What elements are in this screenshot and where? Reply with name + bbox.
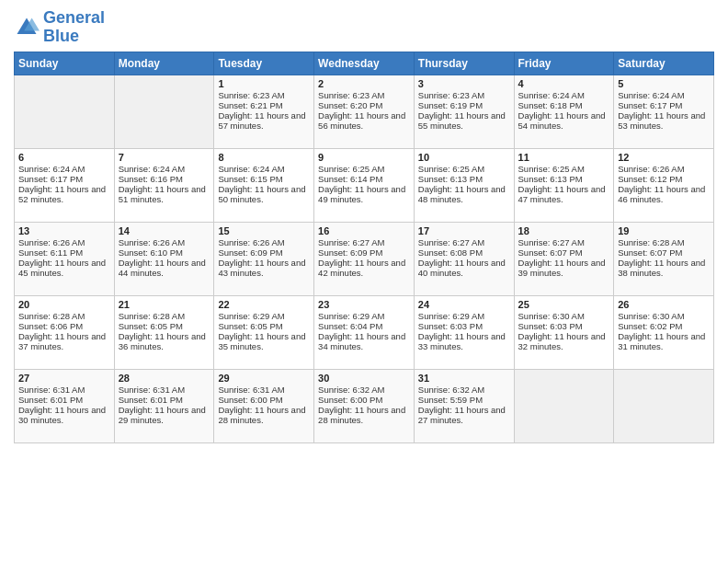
daylight-label: Daylight: 11 hours and 28 minutes. bbox=[318, 405, 410, 425]
sunrise-label: Sunrise: 6:26 AM bbox=[119, 237, 210, 247]
sunset-label: Sunset: 6:02 PM bbox=[618, 321, 710, 331]
calendar-cell: 5Sunrise: 6:24 AMSunset: 6:17 PMDaylight… bbox=[614, 75, 714, 148]
sunrise-label: Sunrise: 6:29 AM bbox=[318, 311, 410, 321]
sunset-label: Sunset: 6:03 PM bbox=[518, 321, 610, 331]
daylight-label: Daylight: 11 hours and 32 minutes. bbox=[518, 331, 610, 351]
calendar-cell: 20Sunrise: 6:28 AMSunset: 6:06 PMDayligh… bbox=[15, 295, 115, 369]
calendar-cell: 16Sunrise: 6:27 AMSunset: 6:09 PMDayligh… bbox=[314, 222, 415, 295]
day-number: 14 bbox=[119, 225, 210, 236]
sunset-label: Sunset: 6:10 PM bbox=[119, 247, 210, 258]
day-number: 26 bbox=[618, 299, 710, 310]
week-row-5: 27Sunrise: 6:31 AMSunset: 6:01 PMDayligh… bbox=[15, 369, 714, 442]
daylight-label: Daylight: 11 hours and 31 minutes. bbox=[618, 331, 710, 351]
day-number: 30 bbox=[318, 373, 410, 384]
weekday-header-sunday: Sunday bbox=[15, 52, 115, 75]
daylight-label: Daylight: 11 hours and 51 minutes. bbox=[119, 184, 210, 204]
daylight-label: Daylight: 11 hours and 38 minutes. bbox=[618, 258, 710, 278]
daylight-label: Daylight: 11 hours and 57 minutes. bbox=[218, 110, 310, 131]
sunset-label: Sunset: 6:00 PM bbox=[318, 395, 410, 405]
day-number: 3 bbox=[418, 78, 510, 89]
day-number: 10 bbox=[418, 152, 510, 163]
day-number: 11 bbox=[518, 152, 610, 163]
weekday-header-wednesday: Wednesday bbox=[314, 52, 415, 75]
weekday-header-thursday: Thursday bbox=[414, 52, 514, 75]
sunrise-label: Sunrise: 6:31 AM bbox=[119, 385, 210, 395]
calendar-cell: 31Sunrise: 6:32 AMSunset: 5:59 PMDayligh… bbox=[414, 369, 514, 442]
calendar-cell: 28Sunrise: 6:31 AMSunset: 6:01 PMDayligh… bbox=[114, 369, 214, 442]
daylight-label: Daylight: 11 hours and 45 minutes. bbox=[18, 258, 110, 278]
weekday-header-monday: Monday bbox=[114, 52, 214, 75]
sunrise-label: Sunrise: 6:32 AM bbox=[318, 385, 410, 395]
sunset-label: Sunset: 6:18 PM bbox=[518, 100, 610, 110]
sunrise-label: Sunrise: 6:24 AM bbox=[119, 164, 210, 174]
sunrise-label: Sunrise: 6:25 AM bbox=[418, 164, 510, 174]
daylight-label: Daylight: 11 hours and 33 minutes. bbox=[418, 331, 510, 351]
calendar-cell: 14Sunrise: 6:26 AMSunset: 6:10 PMDayligh… bbox=[114, 222, 214, 295]
daylight-label: Daylight: 11 hours and 35 minutes. bbox=[218, 331, 310, 351]
sunrise-label: Sunrise: 6:23 AM bbox=[218, 90, 310, 100]
sunset-label: Sunset: 6:01 PM bbox=[119, 395, 210, 405]
calendar-cell: 4Sunrise: 6:24 AMSunset: 6:18 PMDaylight… bbox=[514, 75, 614, 148]
header: General Blue bbox=[14, 9, 714, 46]
day-number: 25 bbox=[518, 299, 610, 310]
week-row-2: 6Sunrise: 6:24 AMSunset: 6:17 PMDaylight… bbox=[15, 148, 714, 222]
calendar-cell: 10Sunrise: 6:25 AMSunset: 6:13 PMDayligh… bbox=[414, 148, 514, 222]
sunset-label: Sunset: 6:00 PM bbox=[218, 395, 310, 405]
sunrise-label: Sunrise: 6:23 AM bbox=[318, 90, 410, 100]
weekday-header-row: SundayMondayTuesdayWednesdayThursdayFrid… bbox=[15, 52, 714, 75]
sunrise-label: Sunrise: 6:26 AM bbox=[218, 237, 310, 247]
sunset-label: Sunset: 6:09 PM bbox=[218, 247, 310, 258]
sunrise-label: Sunrise: 6:28 AM bbox=[18, 311, 110, 321]
daylight-label: Daylight: 11 hours and 43 minutes. bbox=[218, 258, 310, 278]
daylight-label: Daylight: 11 hours and 47 minutes. bbox=[518, 184, 610, 204]
logo: General Blue bbox=[14, 9, 105, 46]
sunset-label: Sunset: 6:08 PM bbox=[418, 247, 510, 258]
sunrise-label: Sunrise: 6:28 AM bbox=[119, 311, 210, 321]
day-number: 7 bbox=[119, 152, 210, 163]
day-number: 5 bbox=[618, 78, 710, 89]
daylight-label: Daylight: 11 hours and 49 minutes. bbox=[318, 184, 410, 204]
week-row-4: 20Sunrise: 6:28 AMSunset: 6:06 PMDayligh… bbox=[15, 295, 714, 369]
sunset-label: Sunset: 6:21 PM bbox=[218, 100, 310, 110]
calendar-cell: 6Sunrise: 6:24 AMSunset: 6:17 PMDaylight… bbox=[15, 148, 115, 222]
sunset-label: Sunset: 6:13 PM bbox=[418, 174, 510, 184]
sunset-label: Sunset: 6:13 PM bbox=[518, 174, 610, 184]
daylight-label: Daylight: 11 hours and 56 minutes. bbox=[318, 110, 410, 131]
sunrise-label: Sunrise: 6:26 AM bbox=[618, 164, 710, 174]
sunrise-label: Sunrise: 6:29 AM bbox=[418, 311, 510, 321]
day-number: 31 bbox=[418, 373, 510, 384]
calendar-cell: 19Sunrise: 6:28 AMSunset: 6:07 PMDayligh… bbox=[614, 222, 714, 295]
day-number: 13 bbox=[18, 225, 110, 236]
weekday-header-tuesday: Tuesday bbox=[214, 52, 314, 75]
day-number: 4 bbox=[518, 78, 610, 89]
sunset-label: Sunset: 5:59 PM bbox=[418, 395, 510, 405]
sunset-label: Sunset: 6:05 PM bbox=[119, 321, 210, 331]
day-number: 9 bbox=[318, 152, 410, 163]
daylight-label: Daylight: 11 hours and 53 minutes. bbox=[618, 110, 710, 131]
calendar-cell: 27Sunrise: 6:31 AMSunset: 6:01 PMDayligh… bbox=[15, 369, 115, 442]
sunset-label: Sunset: 6:20 PM bbox=[318, 100, 410, 110]
sunset-label: Sunset: 6:17 PM bbox=[618, 100, 710, 110]
sunrise-label: Sunrise: 6:26 AM bbox=[18, 237, 110, 247]
daylight-label: Daylight: 11 hours and 46 minutes. bbox=[618, 184, 710, 204]
sunset-label: Sunset: 6:07 PM bbox=[518, 247, 610, 258]
calendar-cell: 21Sunrise: 6:28 AMSunset: 6:05 PMDayligh… bbox=[114, 295, 214, 369]
calendar-cell: 3Sunrise: 6:23 AMSunset: 6:19 PMDaylight… bbox=[414, 75, 514, 148]
daylight-label: Daylight: 11 hours and 55 minutes. bbox=[418, 110, 510, 131]
sunset-label: Sunset: 6:17 PM bbox=[18, 174, 110, 184]
sunset-label: Sunset: 6:09 PM bbox=[318, 247, 410, 258]
sunrise-label: Sunrise: 6:27 AM bbox=[518, 237, 610, 247]
sunset-label: Sunset: 6:19 PM bbox=[418, 100, 510, 110]
day-number: 1 bbox=[218, 78, 310, 89]
calendar-cell bbox=[614, 369, 714, 442]
daylight-label: Daylight: 11 hours and 39 minutes. bbox=[518, 258, 610, 278]
calendar-cell: 18Sunrise: 6:27 AMSunset: 6:07 PMDayligh… bbox=[514, 222, 614, 295]
sunrise-label: Sunrise: 6:31 AM bbox=[218, 385, 310, 395]
day-number: 20 bbox=[18, 299, 110, 310]
week-row-3: 13Sunrise: 6:26 AMSunset: 6:11 PMDayligh… bbox=[15, 222, 714, 295]
day-number: 29 bbox=[218, 373, 310, 384]
sunrise-label: Sunrise: 6:28 AM bbox=[618, 237, 710, 247]
day-number: 27 bbox=[18, 373, 110, 384]
day-number: 23 bbox=[318, 299, 410, 310]
sunset-label: Sunset: 6:16 PM bbox=[119, 174, 210, 184]
